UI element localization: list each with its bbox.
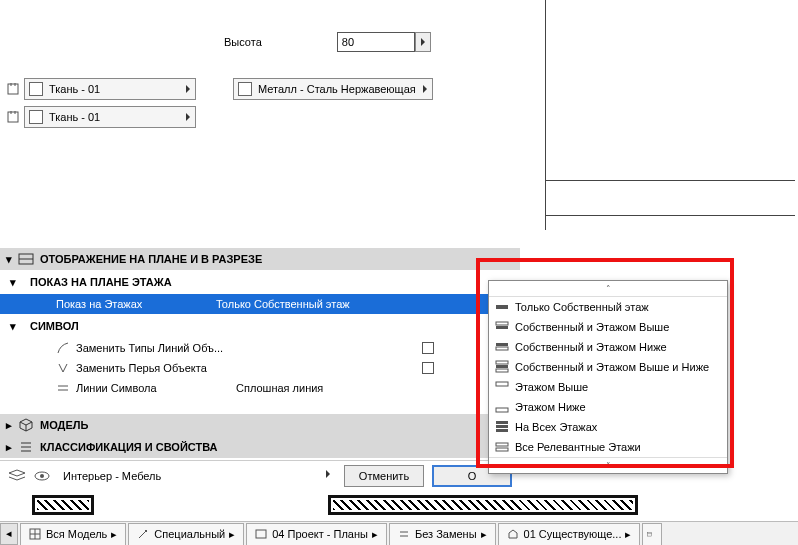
svg-rect-1 [8, 112, 18, 122]
svg-rect-24 [496, 443, 508, 446]
svg-rect-23 [496, 429, 508, 432]
tab-no-replace[interactable]: Без Замены▸ [389, 523, 496, 545]
popup-item-own-both[interactable]: Собственный и Этажом Выше и Ниже [489, 357, 727, 377]
house-icon [507, 528, 519, 540]
popup-item-below[interactable]: Этажом Ниже [489, 397, 727, 417]
row-pens[interactable]: Заменить Перья Объекта [0, 358, 520, 378]
drawing-canvas [545, 0, 795, 230]
popup-item-relevant[interactable]: Все Релевантные Этажи [489, 437, 727, 457]
svg-rect-15 [496, 347, 508, 350]
display-icon [18, 251, 34, 267]
swap-icon [398, 528, 410, 540]
floor-icon [495, 440, 509, 454]
svg-rect-17 [496, 365, 508, 368]
height-input[interactable] [337, 32, 415, 52]
svg-rect-14 [496, 343, 508, 346]
checkbox-pens[interactable] [422, 362, 434, 374]
row-show-on-floors[interactable]: Показ на Этажах Только Собственный этаж [0, 294, 520, 314]
grid-icon [29, 528, 41, 540]
metal-material[interactable]: Металл - Сталь Нержавеющая [233, 78, 433, 100]
svg-rect-29 [256, 530, 266, 538]
row-symbol-lines[interactable]: Линии Символа Сплошная линия [0, 378, 520, 398]
calendar-icon [647, 528, 652, 540]
link-icon [6, 110, 20, 124]
pen-icon [56, 361, 70, 375]
pen-icon [137, 528, 149, 540]
checkbox-line-types[interactable] [422, 342, 434, 354]
floor-display-popup: ˄ Только Собственный этаж Собственный и … [488, 280, 728, 474]
popup-item-own-above[interactable]: Собственный и Этажом Выше [489, 317, 727, 337]
floor-icon [495, 320, 509, 334]
svg-rect-16 [496, 361, 508, 364]
popup-item-own[interactable]: Только Собственный этаж [489, 297, 727, 317]
height-arrow-button[interactable] [415, 32, 431, 52]
svg-point-10 [40, 474, 44, 478]
height-label: Высота [224, 36, 262, 48]
floor-icon [495, 340, 509, 354]
dialog-footer: Интерьер - Мебель Отменить О [0, 460, 520, 490]
svg-rect-20 [496, 408, 508, 412]
lines-icon [56, 381, 70, 395]
svg-rect-0 [8, 84, 18, 94]
view-tabs: ◂ Вся Модель▸ Специальный▸ 04 Проект - П… [0, 521, 798, 545]
tab-all-model[interactable]: Вся Модель▸ [20, 523, 126, 545]
tab-more[interactable] [642, 523, 662, 545]
floor-icon [495, 420, 509, 434]
model-icon [18, 417, 34, 433]
svg-rect-19 [496, 382, 508, 386]
floor-icon [495, 300, 509, 314]
popup-item-all[interactable]: На Всех Этажах [489, 417, 727, 437]
cancel-button[interactable]: Отменить [344, 465, 424, 487]
sub-symbol[interactable]: ▾СИМВОЛ [0, 316, 520, 336]
section-model-header[interactable]: ▸ МОДЕЛЬ [0, 414, 520, 436]
floor-icon [495, 400, 509, 414]
svg-rect-11 [496, 305, 508, 309]
svg-rect-12 [496, 322, 508, 325]
fabric-material-2[interactable]: Ткань - 01 [24, 106, 196, 128]
fabric-material-1[interactable]: Ткань - 01 [24, 78, 196, 100]
svg-rect-13 [496, 326, 508, 329]
eye-icon[interactable] [34, 468, 50, 484]
link-icon [6, 82, 20, 96]
svg-rect-25 [496, 448, 508, 451]
tab-project[interactable]: 04 Проект - Планы▸ [246, 523, 387, 545]
floor-markers [0, 495, 798, 519]
row-line-types[interactable]: Заменить Типы Линий Объ... [0, 338, 520, 358]
popup-scroll-up[interactable]: ˄ [489, 281, 727, 297]
section-display-header[interactable]: ▾ ОТОБРАЖЕНИЕ НА ПЛАНЕ И В РАЗРЕЗЕ [0, 248, 520, 270]
sub-floorplan[interactable]: ▾ПОКАЗ НА ПЛАНЕ ЭТАЖА [0, 272, 520, 292]
tab-existing[interactable]: 01 Существующе...▸ [498, 523, 641, 545]
svg-rect-22 [496, 425, 508, 428]
line-type-icon [56, 341, 70, 355]
svg-rect-21 [496, 421, 508, 424]
plan-icon [255, 528, 267, 540]
layers-icon [8, 469, 26, 483]
popup-item-above[interactable]: Этажом Выше [489, 377, 727, 397]
tab-special[interactable]: Специальный▸ [128, 523, 244, 545]
popup-item-own-below[interactable]: Собственный и Этажом Ниже [489, 337, 727, 357]
tab-scroll-left[interactable]: ◂ [0, 523, 18, 545]
floor-icon [495, 380, 509, 394]
section-class-header[interactable]: ▸ КЛАССИФИКАЦИЯ И СВОЙСТВА [0, 436, 520, 458]
layer-selector[interactable]: Интерьер - Мебель [58, 467, 336, 485]
list-icon [18, 439, 34, 455]
floor-icon [495, 360, 509, 374]
svg-rect-30 [648, 532, 652, 536]
svg-rect-18 [496, 369, 508, 372]
popup-scroll-down[interactable]: ˅ [489, 457, 727, 473]
